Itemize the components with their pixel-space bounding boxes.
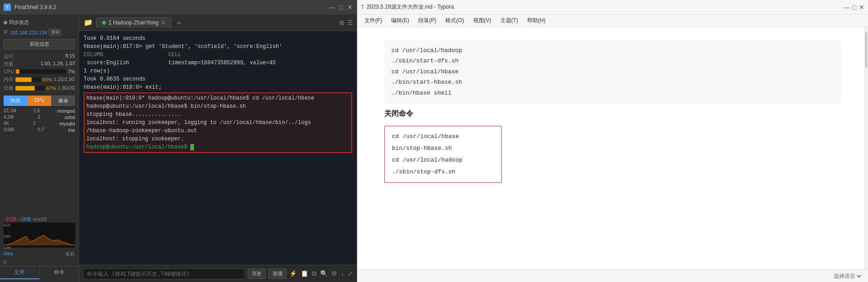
proc-mem-1: 4.2M [4, 115, 14, 120]
spark-label-0: 41K [4, 223, 11, 227]
proc-cpu-0: 2.6 [33, 108, 40, 114]
language-select[interactable]: 选择语言 [832, 272, 863, 280]
fs-maximize-button[interactable]: □ [338, 4, 344, 10]
sidebar-file-tab[interactable]: 文件 [0, 266, 40, 279]
fs-sidebar: 同步状态 IP 192.168.220.134 复制 系统信息 运行 8:15 … [0, 14, 79, 282]
sync-label: 同步状态 [9, 19, 29, 26]
shutdown-line-3: ./sbin/stop-dfs.sh [392, 166, 494, 178]
typora-maximize-button[interactable]: □ [853, 4, 856, 11]
grid-view-icon[interactable]: ⊞ [339, 19, 344, 26]
proc-cpu-2: 2 [33, 121, 36, 126]
cpu-bar-fill [16, 69, 19, 74]
terminal-tab[interactable]: 1 Hadoop-ZhanYong ✕ [96, 17, 171, 28]
tab-close-button[interactable]: ✕ [161, 19, 165, 26]
cpu-bar-container [16, 69, 66, 74]
menu-view[interactable]: 视图(V) [470, 15, 495, 26]
proc-mem-3: 3.6M [4, 127, 14, 133]
copy-ip-button[interactable]: 复制 [49, 29, 61, 36]
code-line-4: ./bin/hbase shell [392, 88, 834, 98]
clipboard-send-icon[interactable]: 📋 [301, 270, 308, 277]
expand-icon[interactable]: ⤢ [348, 270, 353, 277]
latency-label: 本机 [65, 251, 75, 258]
fs-title: FinalShell 3.9.8.2 [14, 4, 325, 10]
menu-paragraph[interactable]: 段落(P) [415, 15, 440, 26]
tab-right-controls: ⊞ ☰ [339, 19, 355, 26]
typora-close-button[interactable]: ✕ [859, 4, 864, 11]
typora-titlebar: T 2023.5.19源文件大作业.md - Typora — □ ✕ [357, 0, 868, 14]
hl-line-3: localhost: running zookeeper, logging to… [86, 119, 349, 127]
finalshell-panel: T FinalShell 3.9.8.2 — □ ✕ 同步状态 IP 192.1… [0, 0, 357, 282]
hl-line-4: /hbase-hadoop-zookeeper-ubuntu.out [86, 127, 349, 135]
term-line-6: hbase(main):018:0> exit; [84, 83, 352, 91]
term-line-3: score:English timestamp=1684735852999, v… [84, 59, 352, 67]
fs-body: 同步状态 IP 192.168.220.134 复制 系统信息 运行 8:15 … [0, 14, 357, 282]
mem-val: 1.2G/1.9G [54, 77, 75, 82]
mem-bar-fill [15, 77, 32, 82]
input-icons: ⚡ 📋 ⧉ 🔍 ⚙ ↓ ⤢ [289, 270, 353, 277]
sys-info-button[interactable]: 系统信息 [4, 39, 75, 49]
mem-label: 内存 [4, 76, 14, 83]
lightning-icon[interactable]: ⚡ [289, 270, 297, 277]
typora-minimize-button[interactable]: — [844, 4, 850, 11]
history-button[interactable]: 历史 [248, 268, 266, 279]
hl-line-0: hbase(main):019:0* hadoop@ubuntu:/usr/lo… [86, 94, 349, 102]
proc-mem-2: 4K [4, 121, 9, 126]
spark-label-2: 14K [4, 245, 11, 250]
sync-row: 同步状态 [0, 17, 79, 28]
fs-close-button[interactable]: ✕ [347, 4, 353, 10]
cpu-row: CPU 7% [4, 68, 75, 75]
options-button[interactable]: 选项 [269, 268, 287, 279]
sidebar-tab-cmd[interactable]: 命令 [51, 96, 75, 106]
term-line-0: Took 0.0164 seconds [84, 34, 352, 43]
fs-minimize-button[interactable]: — [329, 4, 335, 10]
swap-pct: 67% [46, 86, 56, 91]
menu-icon[interactable]: ☰ [347, 19, 353, 26]
new-tab-button[interactable]: ＋ [172, 17, 186, 28]
shutdown-line-2: cd /usr/local/hadoop [392, 154, 494, 166]
scrollbar[interactable] [864, 27, 868, 269]
search-icon[interactable]: 🔍 [320, 270, 328, 277]
process-tab-bar: 内存 CPU 命令 [4, 96, 75, 106]
hl-line-5: localhost: stopping zookeeper. [86, 135, 349, 143]
tab-active-dot [102, 21, 106, 24]
menu-file[interactable]: 文件(F) [361, 15, 386, 26]
proc-name-3: top [68, 127, 75, 133]
typora-window-controls: — □ ✕ [844, 4, 864, 11]
copy-icon[interactable]: ⧉ [312, 270, 316, 277]
load-value: 1.50, 1.29, 1.07 [41, 61, 75, 67]
mem-pct: 65% [42, 77, 52, 82]
term-line-1: hbase(main):017:0> get 'Student', 'scofi… [84, 43, 352, 51]
shutdown-line-0: cd /usr/local/hbase [392, 131, 494, 143]
menu-help[interactable]: 帮助(H) [524, 15, 549, 26]
process-row: 4K 2 mysqld [4, 120, 75, 127]
typora-footer: 选择语言 [357, 269, 868, 282]
sync-dot [4, 21, 7, 24]
code-line-2: cd /usr/local/hbase [392, 67, 834, 77]
sidebar-cmd-tab[interactable]: 命令 [40, 266, 79, 279]
sidebar-tab-mem[interactable]: 内存 [4, 96, 28, 106]
cpu-pct: 7% [68, 69, 75, 74]
swap-row: 交换 67% 1.3G/2G [4, 84, 75, 92]
hl-line-6: hadoop@ubuntu:/usr/local/hbase$ [86, 143, 349, 151]
typora-content: cd /usr/local/hadoop ./sbin/start-dfs.sh… [357, 27, 868, 269]
download-icon[interactable]: ↓ [341, 270, 344, 277]
proc-name-0: mongod [57, 108, 75, 114]
menu-format[interactable]: 格式(O) [442, 15, 467, 26]
tab-label: 1 Hadoop-ZhanYong [108, 19, 158, 26]
proc-mem-0: 22.1M [4, 108, 16, 114]
swap-bar-container [15, 86, 44, 91]
term-line-5: Took 0.0635 seconds [84, 75, 352, 83]
sidebar-tab-cpu[interactable]: CPU [28, 96, 52, 106]
command-input[interactable] [83, 268, 245, 279]
shutdown-heading: 关闭命令 [384, 109, 841, 119]
scrollbar-thumb[interactable] [865, 32, 868, 68]
gear-icon[interactable]: ⚙ [331, 270, 337, 277]
code-line-1: ./sbin/start-dfs.sh [392, 56, 834, 66]
finalshell-app-icon: T [4, 4, 11, 11]
mem-row: 内存 65% 1.2G/1.9G [4, 76, 75, 83]
sparkline-container: 41K 28K 14K [0, 223, 79, 250]
menu-theme[interactable]: 主题(T) [497, 15, 522, 26]
folder-icon[interactable]: 📁 [81, 18, 95, 27]
menu-edit[interactable]: 编辑(E) [387, 15, 413, 26]
swap-bar-fill [15, 86, 35, 91]
